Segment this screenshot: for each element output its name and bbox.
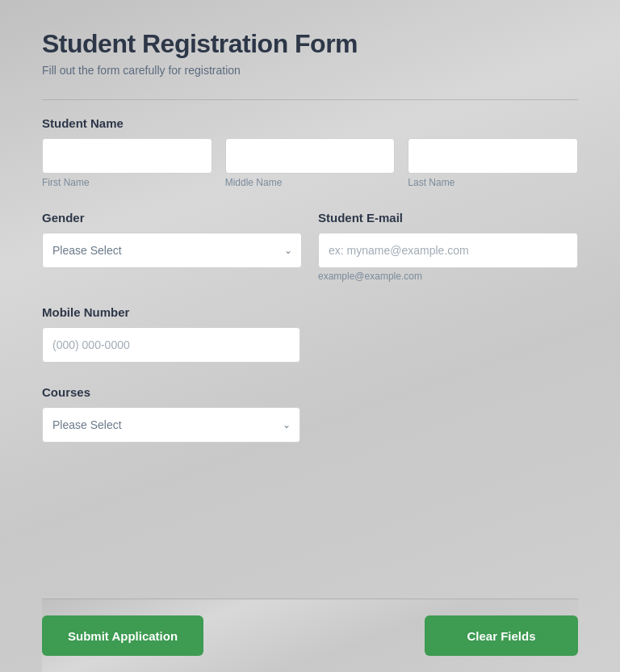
mobile-field-wrapper: [42, 327, 300, 363]
gender-col: Gender Please Select Male Female Other ⌄: [42, 211, 302, 268]
form-title: Student Registration Form: [42, 29, 578, 59]
mobile-input[interactable]: [42, 327, 300, 363]
gender-select-wrapper: Please Select Male Female Other ⌄: [42, 233, 302, 268]
form-subtitle: Fill out the form carefully for registra…: [42, 64, 578, 77]
email-input[interactable]: [318, 233, 578, 268]
last-name-input[interactable]: [408, 138, 578, 174]
email-hint: example@example.com: [318, 271, 422, 282]
form-body: Student Name First Name Middle Name Last…: [42, 116, 578, 598]
middle-name-field: Middle Name: [225, 138, 396, 188]
gender-label: Gender: [42, 211, 302, 225]
courses-group: Courses Please Select Mathematics Scienc…: [42, 385, 578, 443]
form-footer: Submit Application Clear Fields: [42, 599, 578, 672]
first-name-field: First Name: [42, 138, 212, 188]
name-row: First Name Middle Name Last Name: [42, 138, 578, 188]
email-col: Student E-mail example@example.com: [318, 211, 578, 283]
email-label: Student E-mail: [318, 211, 578, 225]
form-header: Student Registration Form Fill out the f…: [42, 29, 578, 77]
header-divider: [42, 99, 578, 100]
student-name-group: Student Name First Name Middle Name Last…: [42, 116, 578, 188]
last-name-sublabel: Last Name: [408, 177, 578, 188]
middle-name-input[interactable]: [225, 138, 396, 174]
first-name-input[interactable]: [42, 138, 212, 174]
courses-select-wrapper: Please Select Mathematics Science Englis…: [42, 407, 300, 443]
clear-button[interactable]: Clear Fields: [425, 615, 578, 656]
mobile-label: Mobile Number: [42, 305, 578, 319]
gender-select[interactable]: Please Select Male Female Other: [42, 233, 302, 268]
courses-label: Courses: [42, 385, 578, 399]
mobile-group: Mobile Number: [42, 305, 578, 363]
courses-select[interactable]: Please Select Mathematics Science Englis…: [42, 407, 300, 443]
first-name-sublabel: First Name: [42, 177, 212, 188]
last-name-field: Last Name: [408, 138, 578, 188]
submit-button[interactable]: Submit Application: [42, 615, 203, 656]
form-container: Student Registration Form Fill out the f…: [0, 0, 620, 672]
student-name-label: Student Name: [42, 116, 578, 130]
middle-name-sublabel: Middle Name: [225, 177, 396, 188]
gender-email-row: Gender Please Select Male Female Other ⌄…: [42, 211, 578, 283]
